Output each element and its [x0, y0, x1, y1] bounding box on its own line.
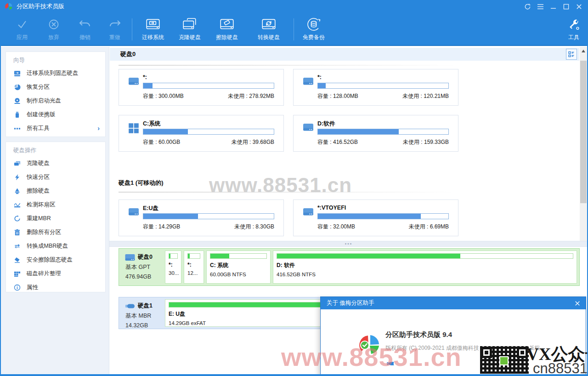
usage-bar — [317, 213, 449, 219]
dialog-title-bar[interactable]: 关于 傲梅分区助手 — [321, 297, 586, 309]
tools-button[interactable]: 工具 — [561, 16, 586, 44]
sidebar-item[interactable]: 克隆硬盘 — [6, 156, 105, 170]
disk0-section-header: 硬盘0 — [110, 48, 579, 61]
unused-text: 未使用 : 39.68GB — [232, 138, 274, 146]
unused-text: 未使用 : 159.33GB — [403, 138, 449, 146]
app-logo-icon — [5, 2, 13, 11]
defrag-grid-icon — [13, 270, 21, 278]
dialog-close-icon[interactable] — [571, 297, 584, 309]
sidebar-item[interactable]: 属性 — [6, 280, 105, 294]
window-border — [0, 0, 1, 376]
refresh-icon[interactable] — [521, 0, 534, 13]
partition-card[interactable]: D:软件容量 : 416.52GB未使用 : 159.33GB — [293, 115, 458, 152]
unused-text: 未使用 : 8.30GB — [234, 223, 274, 231]
clone-disk-button[interactable]: 克隆硬盘 — [175, 16, 205, 44]
partition-name: D:软件 — [317, 120, 335, 128]
sidebar-item[interactable]: 检测坏扇区 — [6, 198, 105, 211]
convert-disk-button[interactable]: 转换硬盘 — [254, 16, 284, 44]
minimize-icon[interactable] — [547, 0, 560, 13]
qr-code — [479, 345, 530, 375]
disk-map-row-0[interactable]: 硬盘0 基本 GPT 476.94GB *:30...*:12...C: 系统6… — [119, 248, 580, 286]
unused-text: 未使用 : 120.21MB — [402, 92, 449, 100]
secure-eraser-icon — [13, 256, 21, 264]
all-tools-dots-icon — [13, 125, 21, 132]
wipe-brush-icon — [13, 187, 21, 195]
sidebar-item[interactable]: 制作启动光盘 — [6, 94, 105, 108]
sidebar-item[interactable]: 转换成MBR硬盘 — [6, 239, 105, 253]
convert-disk-icon — [254, 16, 284, 33]
disk-map-partition[interactable]: D: 软件416.52GB NTFS — [273, 251, 577, 284]
sidebar-item[interactable]: 磁盘碎片整理 — [6, 267, 105, 280]
toolbar-separator — [294, 18, 294, 40]
sidebar-item[interactable]: 创建便携版 — [6, 108, 105, 121]
migrate-disk-icon — [138, 16, 168, 33]
sidebar-item[interactable]: 安全擦除固态硬盘 — [6, 253, 105, 267]
disk0-label: 硬盘0 基本 GPT 476.94GB — [119, 249, 165, 285]
disk-icon — [125, 254, 135, 261]
portable-usb-icon — [13, 111, 21, 119]
disk-icon — [128, 207, 139, 216]
partition-name: E:U盘 — [143, 205, 158, 212]
sidebar-item[interactable]: 迁移系统到固态硬盘 — [6, 66, 105, 80]
partition-name: *:VTOYEFI — [317, 205, 346, 211]
wipe-disk-icon — [212, 16, 242, 33]
title-bar: 分区助手技术员版 — [0, 0, 588, 13]
usage-bar — [210, 253, 267, 259]
toolbar-separator — [132, 18, 132, 40]
maximize-icon[interactable] — [560, 0, 572, 13]
free-backup-button[interactable]: 免费备份 — [299, 16, 329, 44]
section-title: 向导 — [6, 52, 105, 66]
product-version: 分区助手技术员版 9.4 — [385, 330, 452, 339]
apply-button[interactable]: 应用 — [9, 16, 35, 44]
disk-operations-panel: 硬盘操作 克隆硬盘快速分区擦除硬盘检测坏扇区重建MBR删除所有分区转换成MBR硬… — [6, 142, 106, 292]
disk0-scheme: 基本 GPT — [125, 263, 165, 271]
view-mode-icon[interactable] — [566, 49, 577, 60]
partition-card[interactable]: *:容量 : 300.00MB未使用 : 278.92MB — [119, 69, 284, 106]
usage-bar — [277, 253, 573, 259]
vertical-scrollbar[interactable] — [580, 47, 587, 246]
disk-map-partition[interactable]: *:30... — [165, 251, 181, 284]
disk-map-partition[interactable]: *:12... — [184, 251, 204, 284]
disk1-scheme: 基本 MBR — [125, 312, 165, 320]
convert-arrows-icon — [13, 242, 21, 250]
partition-card[interactable]: *:容量 : 128.00MB未使用 : 120.21MB — [293, 69, 458, 106]
boot-disc-icon — [13, 97, 21, 105]
usage-bar — [317, 83, 449, 89]
disk-icon — [303, 123, 314, 132]
partition-name: *: — [143, 74, 147, 80]
redo-button[interactable]: 重做 — [102, 16, 128, 44]
migrate-system-button[interactable]: 迁移系统 — [138, 16, 168, 44]
scroll-up-icon[interactable] — [580, 47, 587, 55]
partition-card[interactable]: *:VTOYEFI容量 : 32.00MB未使用 : 6.69MB — [293, 199, 458, 236]
partition-name: *: — [317, 74, 322, 80]
sidebar-item[interactable]: 快速分区 — [6, 170, 105, 184]
close-icon[interactable] — [572, 0, 585, 13]
window-title: 分区助手技术员版 — [17, 2, 64, 11]
capacity-text: 容量 : 60.00GB — [143, 138, 180, 146]
qr-logo — [499, 356, 509, 365]
undo-button[interactable]: 撤销 — [72, 16, 98, 44]
disk-icon — [128, 77, 139, 86]
usage-bar — [187, 253, 200, 259]
disk-map-partition[interactable]: C: 系统60.00GB NTFS — [206, 251, 271, 284]
capacity-text: 容量 : 300.00MB — [143, 92, 184, 100]
usb-icon — [125, 302, 135, 310]
sidebar-item[interactable]: 擦除硬盘 — [6, 184, 105, 198]
menu-icon[interactable] — [534, 0, 547, 13]
panel-splitter[interactable]: ••• — [109, 241, 588, 247]
sidebar-item[interactable]: 删除所有分区 — [6, 225, 105, 239]
sidebar-item[interactable]: 恢复分区 — [6, 80, 105, 94]
wipe-disk-button[interactable]: 擦除硬盘 — [212, 16, 242, 44]
disk1-section-header: 硬盘1 (可移动的) — [119, 179, 164, 187]
usage-bar — [317, 129, 449, 135]
sidebar-item[interactable]: 重建MBR — [6, 211, 105, 225]
backup-database-icon — [299, 16, 329, 33]
disk0-size: 476.94GB — [125, 273, 165, 280]
wechat-id: cn88531 — [533, 360, 588, 376]
sidebar-item[interactable]: 所有工具› — [6, 121, 105, 135]
discard-button[interactable]: 放弃 — [41, 16, 67, 44]
scrollbar-thumb[interactable] — [580, 61, 587, 203]
partition-card[interactable]: E:U盘容量 : 14.29GB未使用 : 8.30GB — [119, 199, 284, 236]
partition-card[interactable]: C:系统容量 : 60.00GB未使用 : 39.68GB — [119, 115, 284, 152]
bad-sector-wave-icon — [13, 201, 21, 209]
